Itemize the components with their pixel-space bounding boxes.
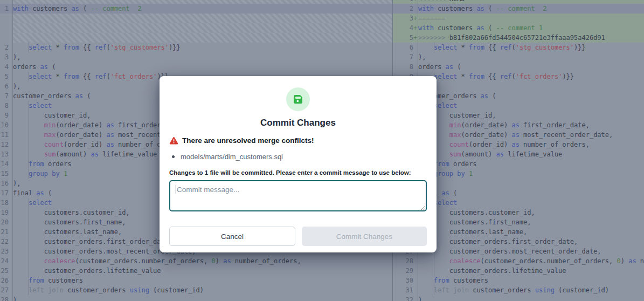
code-text: customer_id, [418,111,644,120]
code-text: coalesce(customer_orders.number_of_order… [418,256,644,266]
indent-guide [29,208,29,217]
code-text: max(order_date) as most_recent_order_dat… [418,130,644,140]
code-text: left join customer_orders using (custome… [418,285,644,295]
warning-text: There are unresolved merge conflicts! [182,136,314,145]
diff-add-marker: + [413,23,418,33]
commit-changes-button[interactable]: Commit Changes [302,227,427,246]
diff-add-marker [9,23,13,33]
line-number: 12 [0,140,9,149]
diff-add-marker [413,295,418,301]
indent-guide [434,43,434,52]
indent-guide [434,276,434,285]
diff-add-marker [9,237,13,247]
line-number: 4 [0,62,9,72]
line-number: 19 [0,208,9,217]
diff-add-marker [413,43,418,52]
line-number: 14 [0,159,9,169]
diff-add-marker [413,285,418,295]
diff-add-marker [413,266,418,276]
diff-add-marker [9,33,13,43]
line-number: 29 [393,266,413,276]
code-text: select * from {{ ref('fct_orders')}} [418,72,644,81]
code-text: ), [13,52,392,62]
code-text: customer_orders as ( [418,91,644,101]
line-number: 8 [0,101,9,111]
text-caret [176,185,176,194]
code-line: 4orders as ( [0,62,392,72]
code-text: ) [13,295,392,301]
merge-conflict-warning: There are unresolved merge conflicts! [169,136,427,145]
indent-guide [29,198,29,208]
cancel-button[interactable]: Cancel [169,227,295,246]
code-text: with customers as ( -- comment 2 [13,4,392,13]
diff-add-marker [9,188,13,198]
code-text: from orders [418,159,644,169]
diff-add-marker [9,81,13,91]
indent-guide [29,101,29,111]
code-line: 4+with customers as ( -- comment 1 [393,23,644,33]
line-number: 18 [0,198,9,208]
code-text: customer_orders.most_recent_order_date, [418,247,644,256]
code-line: 5+>>>>>>> b81f802a66fd544504c65721e3ffaa… [393,33,644,43]
line-number: 6 [393,43,413,52]
diff-add-marker [9,130,13,140]
diff-add-marker [9,179,13,188]
code-text: min(order_date) as first_order_date, [418,120,644,130]
line-number: 11 [0,130,9,140]
line-number: 27 [0,285,9,295]
code-text: left join customer_orders using (custome… [13,285,392,295]
indent-guide [29,130,29,140]
diff-add-marker [9,198,13,208]
line-number [0,23,9,33]
code-line: 1+<<<<<<< HEAD [393,0,644,4]
line-number: 21 [0,227,9,237]
code-text: select * from {{ ref('stg_customers')}} [13,43,392,52]
code-text: customers.first_name, [418,217,644,227]
code-text: ) [418,295,644,301]
diff-add-marker [9,4,13,13]
line-number: 28 [393,256,413,266]
line-number [0,13,9,23]
diff-add-marker: + [413,33,418,43]
diff-add-marker [9,0,13,4]
diff-add-marker [413,276,418,285]
commit-message-input[interactable] [169,180,427,211]
line-number: 8 [393,62,413,72]
diff-add-marker: + [413,13,418,23]
diff-add-marker [9,62,13,72]
diff-spacer-row [0,0,392,4]
line-number: 6 [0,81,9,91]
line-number: 7 [0,91,9,101]
modal-title: Commit Changes [169,118,427,128]
code-text: with customers as ( -- comment 2 [418,4,644,13]
indent-guide [29,120,29,130]
diff-add-marker [9,227,13,237]
diff-add-marker [9,285,13,295]
diff-add-marker [9,169,13,179]
line-number: 20 [0,217,9,227]
diff-add-marker [9,217,13,227]
indent-guide [29,266,29,276]
code-text: count(order_id) as number_of_orders, [418,140,644,149]
code-line: 24 coalesce(customer_orders.number_of_or… [0,256,392,266]
code-line: 30 from customers [393,276,644,285]
diff-add-marker [9,140,13,149]
code-line: 31 left join customer_orders using (cust… [393,285,644,295]
diff-add-marker [9,149,13,159]
code-text: final as ( [418,188,644,198]
code-line: 3), [0,52,392,62]
indent-guide [29,159,29,169]
indent-guide [434,266,434,276]
indent-guide [29,72,29,81]
line-number: 10 [0,120,9,130]
code-text: ), [418,52,644,62]
indent-guide [29,285,29,295]
code-line: 27 left join customer_orders using (cust… [0,285,392,295]
indent-guide [29,276,29,285]
line-number: 17 [0,188,9,198]
line-number: 1 [393,0,413,4]
line-number: 30 [393,276,413,285]
line-number: 4 [393,23,413,33]
code-line: 7), [393,52,644,62]
code-text: orders as ( [418,62,644,72]
